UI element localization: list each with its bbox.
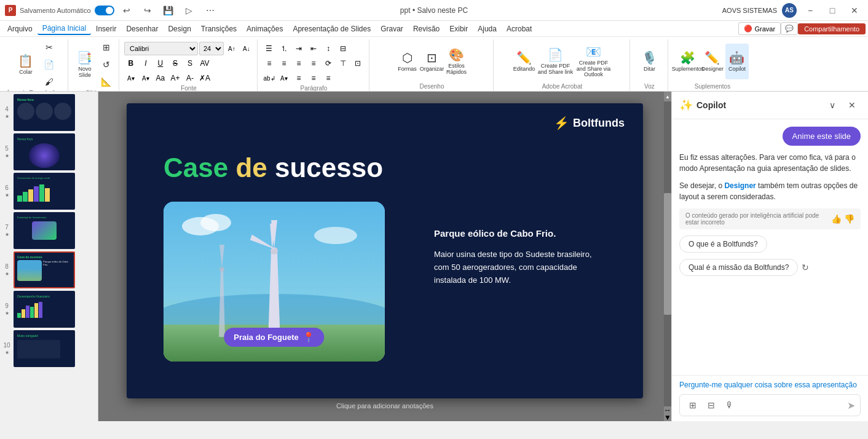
indent-less-btn[interactable]: ⇤ xyxy=(307,42,320,55)
menu-apresentacao[interactable]: Apresentação de Slides xyxy=(288,23,376,34)
slide-thumb-5[interactable]: 5 ★ Nossa foca xyxy=(2,133,95,170)
align2-btn[interactable]: ≡ xyxy=(292,71,306,85)
strikethrough-btn[interactable]: S xyxy=(168,57,182,70)
shapes-btn[interactable]: ⬡ Formas xyxy=(395,44,419,79)
caps-btn[interactable]: Aa xyxy=(154,71,167,85)
align-right-btn[interactable]: ≡ xyxy=(292,57,306,70)
slide-img-10[interactable]: Muito obrigado! xyxy=(14,330,75,367)
underline-btn[interactable]: U xyxy=(154,57,167,70)
present-btn[interactable]: ▷ xyxy=(181,2,198,19)
suggestion-btn-1[interactable]: O que é a Boltfunds? xyxy=(679,235,767,253)
align-center-btn[interactable]: ≡ xyxy=(277,57,291,70)
autosave-toggle[interactable] xyxy=(95,6,114,15)
copy-btn[interactable]: 📄 xyxy=(41,57,58,73)
input-table-btn[interactable]: ⊟ xyxy=(703,397,719,413)
menu-ajuda[interactable]: Ajuda xyxy=(473,23,502,34)
menu-pagina-inicial[interactable]: Página Inicial xyxy=(37,23,91,35)
numbering-btn[interactable]: ⒈ xyxy=(277,42,291,55)
slide-canvas[interactable]: ⚡ Boltfunds Case de sucesso xyxy=(127,103,643,398)
organize-btn[interactable]: ⊡ Organizar xyxy=(420,44,443,79)
record-btn[interactable]: 🔴 Gravar xyxy=(738,22,781,35)
slide-img-8[interactable]: Case de sucesso Parque eólico de Cabo Fr… xyxy=(14,251,75,288)
redo-btn[interactable]: ↪ xyxy=(139,2,156,19)
copilot-close-btn[interactable]: ✕ xyxy=(843,97,861,114)
slide-title[interactable]: Case de sucesso xyxy=(164,152,383,183)
create-pdf-link-btn[interactable]: 📄 Create PDF and Share link xyxy=(537,44,574,79)
cut-btn[interactable]: ✂ xyxy=(41,39,58,55)
clear-format-btn[interactable]: ✗A xyxy=(198,71,211,85)
menu-exibir[interactable]: Exibir xyxy=(444,23,473,34)
thumbs-up-btn[interactable]: 👍 xyxy=(831,214,842,224)
new-slide-btn[interactable]: 📑 NovoSlide xyxy=(73,47,97,82)
slide-thumb-4[interactable]: 4 ★ Nossa foca xyxy=(2,94,95,131)
increase-size-btn[interactable]: A+ xyxy=(168,71,182,85)
copilot-collapse-btn[interactable]: ∨ xyxy=(824,97,841,114)
refresh-suggestion-btn[interactable]: ↻ xyxy=(802,263,809,272)
decrease-size-btn[interactable]: A- xyxy=(183,71,197,85)
slide-img-7[interactable]: Estratégia de Investimento xyxy=(14,212,75,249)
dictate-btn[interactable]: 🎙️ Ditar xyxy=(637,44,661,79)
location-tag[interactable]: Praia do Foguete 📍 xyxy=(224,328,324,347)
para-color-btn[interactable]: A▾ xyxy=(277,71,291,85)
slide-text-box[interactable]: Parque eólico de Cabo Frio. Maior usina … xyxy=(434,226,606,287)
animate-slide-btn[interactable]: Anime este slide xyxy=(783,127,861,146)
designer-link[interactable]: Designer xyxy=(724,181,756,190)
create-pdf-outlook-btn[interactable]: 📧 Create PDF and Share via Outlook xyxy=(575,44,612,79)
close-btn[interactable]: ✕ xyxy=(846,2,863,19)
char-spacing-btn[interactable]: AV xyxy=(198,57,211,70)
italic-btn[interactable]: I xyxy=(139,57,152,70)
supplements-btn[interactable]: 🧩 Suplementos xyxy=(676,44,700,79)
quick-styles-btn[interactable]: 🎨 EstilosRápidos xyxy=(444,44,468,79)
menu-inserir[interactable]: Inserir xyxy=(91,23,121,34)
text-direction-btn[interactable]: ⟳ xyxy=(322,57,335,70)
menu-revisao[interactable]: Revisão xyxy=(408,23,444,34)
editing-btn[interactable]: ✏️ Editando xyxy=(512,44,535,79)
slide-thumb-10[interactable]: 10 ★ Muito obrigado! xyxy=(2,330,95,367)
user-avatar[interactable]: AS xyxy=(782,3,797,18)
slide-img-9[interactable]: Desempenho financeiro xyxy=(14,291,75,328)
menu-arquivo[interactable]: Arquivo xyxy=(2,23,37,34)
restore-btn[interactable]: □ xyxy=(824,2,841,19)
smart-art-btn[interactable]: ⊡ xyxy=(351,57,365,70)
bullets-btn[interactable]: ☰ xyxy=(262,42,276,55)
slide-thumb-9[interactable]: 9 ★ Desempenho financeiro xyxy=(2,291,95,328)
input-mic-btn[interactable]: 🎙 xyxy=(722,397,738,413)
text-align-btn[interactable]: ⊤ xyxy=(336,57,350,70)
text-color-btn[interactable]: A▾ xyxy=(139,71,152,85)
minimize-btn[interactable]: − xyxy=(802,2,819,19)
reset-btn[interactable]: ↺ xyxy=(98,57,115,73)
paste-btn[interactable]: 📋 Colar xyxy=(12,47,39,82)
undo-btn[interactable]: ↩ xyxy=(118,2,135,19)
slide-notes[interactable]: Clique para adicionar anotações xyxy=(336,402,433,409)
menu-desenhar[interactable]: Desenhar xyxy=(121,23,163,34)
align-left-btn[interactable]: ≡ xyxy=(262,57,276,70)
vertical-scrollbar[interactable]: ▲ ↔ ▼ xyxy=(664,92,671,421)
font-family-select[interactable]: Calibri xyxy=(124,42,198,55)
increase-font-btn[interactable]: A↑ xyxy=(225,42,239,55)
decrease-font-btn[interactable]: A↓ xyxy=(240,42,253,55)
bold-btn[interactable]: B xyxy=(124,57,138,70)
format-painter-btn[interactable]: 🖌 xyxy=(41,74,58,90)
menu-animacoes[interactable]: Animações xyxy=(242,23,288,34)
copilot-ribbon-btn[interactable]: 🤖 Copilot xyxy=(725,44,749,79)
suggestion-btn-2[interactable]: Qual é a missão da Boltfunds? xyxy=(679,259,798,276)
slide-thumb-6[interactable]: 6 ★ Crescimento de energia verde xyxy=(2,173,95,210)
save-btn[interactable]: 💾 xyxy=(160,2,177,19)
menu-gravar[interactable]: Gravar xyxy=(376,23,408,34)
columns-btn[interactable]: ⊟ xyxy=(336,42,350,55)
thumbs-down-btn[interactable]: 👎 xyxy=(844,214,854,224)
font-color-btn[interactable]: A▾ xyxy=(124,71,138,85)
line-spacing-btn[interactable]: ↕ xyxy=(322,42,335,55)
menu-transicoes[interactable]: Transições xyxy=(196,23,242,34)
copilot-hint[interactable]: Pergunte-me qualquer coisa sobre essa ap… xyxy=(679,381,861,389)
share-btn[interactable]: Compartilhamento xyxy=(798,23,866,34)
font-size-select[interactable]: 24 xyxy=(199,42,224,55)
input-grid-btn[interactable]: ⊞ xyxy=(685,397,701,413)
scroll-down-btn[interactable]: ▼ xyxy=(664,414,671,421)
justify-btn[interactable]: ≡ xyxy=(307,57,320,70)
chat-icon-btn[interactable]: 💬 xyxy=(781,22,798,35)
slide-thumb-8[interactable]: 8 ★ Case de sucesso Parque eólico de Cab… xyxy=(2,251,95,288)
scroll-thumb[interactable] xyxy=(664,193,671,315)
send-message-btn[interactable]: ➤ xyxy=(847,400,855,411)
more-btn[interactable]: ⋯ xyxy=(202,2,219,19)
